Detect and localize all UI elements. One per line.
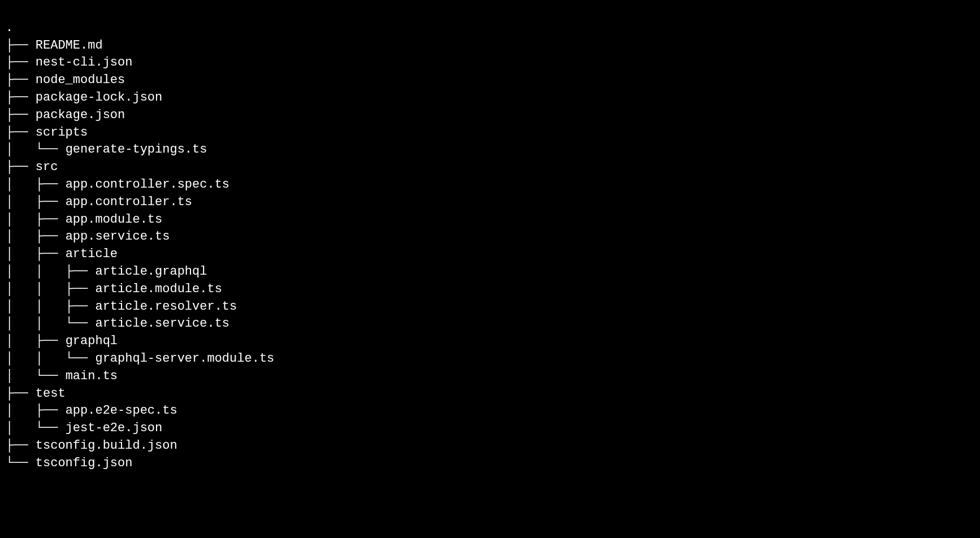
tree-branch-icon: ├── (6, 387, 36, 401)
tree-line: ├── scripts (6, 124, 974, 142)
tree-branch-icon: │ ├── (6, 195, 66, 209)
tree-branch-icon: │ ├── (6, 177, 66, 192)
file-name: article.module.ts (95, 282, 222, 296)
tree-branch-icon: ├── (6, 90, 36, 105)
tree-branch-icon: ├── (6, 55, 36, 70)
file-name: app.controller.ts (66, 195, 192, 209)
tree-branch-icon: │ └── (6, 142, 66, 157)
tree-branch-icon: ├── (6, 108, 36, 122)
tree-branch-icon: │ ├── (6, 247, 66, 261)
file-name: main.ts (66, 369, 118, 383)
file-name: graphql-server.module.ts (95, 352, 274, 366)
terminal-output: .├── README.md├── nest-cli.json├── node_… (0, 0, 980, 495)
tree-line: │ └── main.ts (6, 368, 974, 385)
tree-line: ├── node_modules (6, 72, 974, 89)
tree-line: │ └── jest-e2e.json (6, 420, 974, 437)
file-name: jest-e2e.json (66, 421, 163, 435)
folder-name: article (66, 247, 118, 261)
tree-line: │ │ └── graphql-server.module.ts (6, 350, 974, 368)
folder-name: graphql (66, 334, 118, 348)
tree-branch-icon: ├── (6, 125, 36, 140)
tree-line: │ └── generate-typings.ts (6, 141, 974, 159)
tree-line: ├── package.json (6, 107, 974, 124)
tree-branch-icon: │ │ ├── (6, 300, 95, 314)
file-name: app.service.ts (66, 229, 170, 244)
tree-branch-icon: │ ├── (6, 334, 66, 348)
tree-line: │ ├── app.service.ts (6, 228, 974, 246)
tree-branch-icon: └── (6, 456, 36, 470)
tree-branch-icon: │ │ ├── (6, 264, 95, 279)
tree-line: │ ├── article (6, 246, 974, 263)
tree-branch-icon: │ │ └── (6, 352, 95, 366)
tree-branch-icon: ├── (6, 439, 36, 453)
file-name: article.service.ts (95, 316, 229, 331)
tree-branch-icon: ├── (6, 73, 36, 87)
file-name: package.json (36, 108, 125, 122)
tree-branch-icon: │ │ └── (6, 316, 95, 331)
file-name: article.resolver.ts (95, 300, 237, 314)
tree-line: │ │ ├── article.resolver.ts (6, 298, 974, 316)
tree-line: ├── package-lock.json (6, 89, 974, 107)
tree-line: ├── test (6, 385, 974, 403)
folder-name: node_modules (36, 73, 125, 87)
tree-branch-icon: │ └── (6, 369, 66, 383)
folder-name: scripts (36, 125, 88, 140)
file-name: app.controller.spec.ts (66, 177, 229, 192)
tree-line: ├── nest-cli.json (6, 54, 974, 72)
tree-line: │ │ ├── article.graphql (6, 263, 974, 281)
file-name: tsconfig.json (36, 456, 133, 470)
folder-name: test (36, 387, 66, 401)
folder-name: src (36, 160, 58, 174)
tree-branch-icon: ├── (6, 160, 36, 174)
file-name: generate-typings.ts (66, 142, 207, 157)
tree-line: │ ├── app.module.ts (6, 211, 974, 229)
tree-root: . (6, 20, 974, 37)
file-name: tsconfig.build.json (36, 439, 177, 453)
tree-line: │ ├── app.controller.ts (6, 194, 974, 211)
tree-line: ├── tsconfig.build.json (6, 437, 974, 455)
tree-line: │ │ └── article.service.ts (6, 315, 974, 333)
tree-branch-icon: │ └── (6, 421, 66, 435)
tree-branch-icon: │ │ ├── (6, 282, 95, 296)
tree-line: ├── src (6, 159, 974, 176)
tree-branch-icon: │ ├── (6, 212, 66, 227)
file-name: app.e2e-spec.ts (66, 404, 177, 418)
tree-line: └── tsconfig.json (6, 455, 974, 472)
tree-branch-icon: ├── (6, 38, 36, 53)
tree-line: ├── README.md (6, 37, 974, 55)
tree-line: │ ├── graphql (6, 333, 974, 350)
file-name: README.md (36, 38, 103, 53)
tree-branch-icon: │ ├── (6, 404, 66, 418)
tree-branch-icon: │ ├── (6, 229, 66, 244)
tree-line: │ │ ├── article.module.ts (6, 281, 974, 298)
file-name: article.graphql (95, 264, 207, 279)
tree-line: │ ├── app.e2e-spec.ts (6, 402, 974, 420)
file-name: app.module.ts (66, 212, 163, 227)
file-name: package-lock.json (36, 90, 162, 105)
file-name: nest-cli.json (36, 55, 133, 70)
tree-line: │ ├── app.controller.spec.ts (6, 176, 974, 194)
